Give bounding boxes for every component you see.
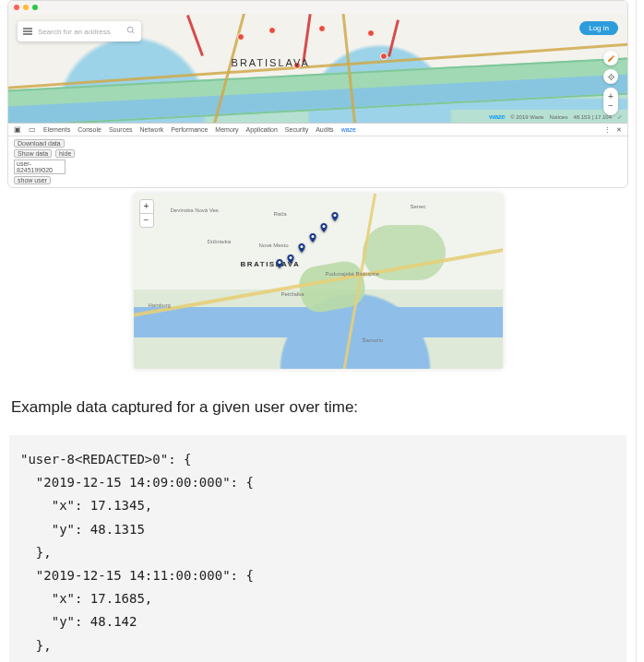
city-label: BRATISLAVA <box>232 57 310 68</box>
tab-performance[interactable]: Performance <box>171 126 208 133</box>
zoom-control[interactable]: + − <box>603 88 618 115</box>
tracking-map[interactable]: + − Devínska Nová Ves Dúbravka Rača Nové… <box>134 194 503 369</box>
device-toolbar-icon[interactable]: ▭ <box>29 125 36 134</box>
svg-point-0 <box>127 27 133 32</box>
svg-point-11 <box>311 235 314 238</box>
svg-point-13 <box>333 214 336 217</box>
coords-text: 48.153 | 17.104 <box>573 114 612 120</box>
code-sample: "user-8<REDACTED>0": { "2019-12-15 14:09… <box>9 435 626 662</box>
search-input[interactable]: Search for an address <box>38 28 126 36</box>
show-user-button[interactable]: show user <box>14 176 51 184</box>
svg-line-1 <box>132 31 134 33</box>
place-label: Senec <box>411 204 426 209</box>
devtools-close-icon[interactable]: ✕ <box>616 126 622 134</box>
hide-button[interactable]: hide <box>55 149 75 158</box>
expand-icon[interactable]: ⤢ <box>617 113 622 120</box>
element-picker-icon[interactable]: ▣ <box>14 125 21 134</box>
tab-security[interactable]: Security <box>285 126 308 133</box>
minimize-icon[interactable] <box>23 5 29 10</box>
locate-icon[interactable] <box>603 69 618 84</box>
search-box[interactable]: Search for an address <box>18 21 141 41</box>
place-label: Dúbravka <box>208 239 232 244</box>
edit-icon[interactable] <box>603 51 618 65</box>
search-icon[interactable] <box>126 26 136 37</box>
map-attribution: waze © 2019 Waze Notices 48.153 | 17.104… <box>489 112 622 121</box>
svg-point-9 <box>289 256 292 259</box>
map-pin <box>307 231 318 242</box>
close-icon[interactable] <box>14 5 19 10</box>
tab-sources[interactable]: Sources <box>109 126 133 133</box>
show-data-button[interactable]: Show data <box>14 149 52 158</box>
map-pin <box>329 209 340 220</box>
place-label: Petržalka <box>281 291 304 297</box>
browser-window: BRATISLAVA Search for an address Log in … <box>7 0 628 188</box>
menu-icon[interactable] <box>23 28 32 35</box>
devtools-more-icon[interactable]: ⋮ <box>604 126 611 134</box>
main-map[interactable]: BRATISLAVA Search for an address Log in … <box>8 14 627 123</box>
place-label: Šamorín <box>363 337 384 343</box>
svg-point-10 <box>300 245 303 248</box>
svg-point-3 <box>611 77 612 77</box>
zoom-in-icon[interactable]: + <box>140 200 153 214</box>
zoom-control[interactable]: + − <box>139 199 154 228</box>
map-pin <box>296 241 307 252</box>
tab-elements[interactable]: Elements <box>43 126 70 133</box>
tracking-map-figure: + − Devínska Nová Ves Dúbravka Rača Nové… <box>134 194 503 369</box>
notices-link[interactable]: Notices <box>549 114 567 120</box>
devtools-panel: ▣ ▭ Elements Console Sources Network Per… <box>8 123 627 187</box>
map-tools: + − <box>603 51 618 115</box>
place-label: Devínska Nová Ves <box>171 207 219 213</box>
window-titlebar <box>8 1 627 14</box>
tab-memory[interactable]: Memory <box>215 126 238 133</box>
svg-point-8 <box>278 261 280 264</box>
devtools-content: Download data Show data hide user-824519… <box>8 136 627 187</box>
zoom-out-icon[interactable]: − <box>608 101 614 111</box>
svg-point-12 <box>322 225 325 228</box>
waze-logo: waze <box>489 112 505 121</box>
tab-console[interactable]: Console <box>78 126 101 133</box>
login-button[interactable]: Log in <box>579 21 618 35</box>
map-pin <box>318 220 329 231</box>
place-label: Rača <box>274 211 287 217</box>
caption-text: Example data captured for a given user o… <box>11 398 625 417</box>
map-pin <box>274 256 285 267</box>
user-id-input[interactable]: user-8245199020 <box>14 160 66 174</box>
maximize-icon[interactable] <box>32 5 38 10</box>
tab-application[interactable]: Application <box>246 126 278 133</box>
map-pin <box>285 252 296 263</box>
download-data-button[interactable]: Download data <box>14 139 65 148</box>
tab-audits[interactable]: Audits <box>316 126 333 133</box>
place-label: Podunajské Biskupice <box>326 271 380 277</box>
devtools-tabs: ▣ ▭ Elements Console Sources Network Per… <box>8 124 627 136</box>
place-label: Hainburg <box>149 302 171 308</box>
zoom-out-icon[interactable]: − <box>140 214 153 227</box>
tab-network[interactable]: Network <box>140 126 164 133</box>
place-label: Nové Mesto <box>259 242 289 248</box>
tab-waze[interactable]: waze <box>341 126 356 133</box>
copyright-text: © 2019 Waze <box>510 114 543 120</box>
